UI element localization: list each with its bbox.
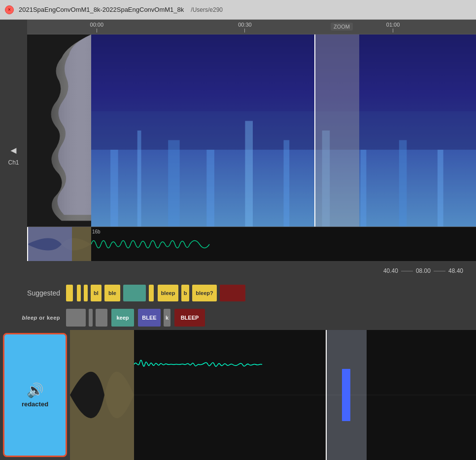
waveform-selection [27,227,72,261]
time-info: 40.40 —— 08.00 —— 48.40 [380,267,466,274]
bottom-playhead [326,330,327,460]
spectrogram-visual [91,34,476,227]
svg-rect-5 [168,140,179,227]
spectrogram-container: 00:00 00:30 01:00 ZOOM [27,20,476,261]
bk-seg-4[interactable]: BLEE [138,309,161,327]
seg-suggested-7[interactable]: bleep [158,285,178,301]
svg-rect-8 [284,140,290,227]
timeline-ruler: 00:00 00:30 01:00 ZOOM [27,20,476,34]
svg-rect-3 [110,150,118,227]
playhead [314,34,315,227]
bottom-playhead-highlight [342,369,350,421]
title-bar: × 2021SpaEngConvOmM1_8k-2022SpaEngConvOm… [0,0,476,20]
seg-suggested-5[interactable] [123,285,146,301]
bk-seg-2[interactable] [96,309,107,327]
close-button[interactable]: × [5,5,14,14]
top-section: ◄ Ch1 00:00 00:30 01:00 ZOOM [0,20,476,261]
seg-suggested-10[interactable] [220,285,245,301]
ruler-tick-0: 00:00 [90,22,104,33]
window-title: 2021SpaEngConvOmM1_8k-2022SpaEngConvOmM1… [19,6,184,13]
time-end: 48.40 [445,267,466,274]
seg-suggested-9[interactable]: bleep? [192,285,217,301]
suggested-label: Suggested [5,289,64,297]
bleep-row: BLEEP or keep keep BLEE k BLEEP [0,305,476,330]
bk-seg-6[interactable]: BLEEP [174,309,205,327]
time-middle: 08.00 [413,267,434,274]
ruler-tick-2: 01:00 [386,22,400,33]
ch1-label: ◄ Ch1 [0,20,27,261]
svg-rect-10 [361,150,367,227]
left-waveform [27,34,91,227]
time-start: 40.40 [380,267,401,274]
ch1-text: Ch1 [8,159,19,166]
ruler-tick-1: 00:30 [238,22,252,33]
bottom-waveform[interactable]: 16b 15b [70,330,476,460]
bleep-label: BLEEP or keep [5,315,64,321]
suggested-row: Suggested bl ble bleep b bleep? [0,281,476,305]
svg-rect-6 [206,150,214,227]
seg-suggested-2[interactable] [84,285,88,301]
bottom-section: 🔊 redacted 16b 15b [0,330,476,460]
main-area: ◄ Ch1 00:00 00:30 01:00 ZOOM [0,20,476,460]
zoom-label: ZOOM [331,23,353,31]
speaker-icon: ◄ [9,145,19,156]
redacted-label: redacted [22,400,48,408]
svg-rect-7 [245,121,253,227]
seg-suggested-6[interactable] [149,285,154,301]
spectrogram[interactable]: 4.0k 3.5k 3.0k 2.5k 2.0k 1.5k 1.0k 500 [27,34,476,227]
bit-depth-label: 16b [92,229,101,234]
seg-suggested-4[interactable]: ble [104,285,120,301]
waveform-overview[interactable]: 16b [27,227,476,261]
seg-suggested-8[interactable]: b [181,285,189,301]
svg-rect-11 [399,140,407,227]
speaker-icon: 🔊 [27,382,44,398]
bk-seg-5[interactable]: k [164,309,170,327]
redacted-button[interactable]: 🔊 redacted [3,333,67,457]
svg-rect-4 [137,131,141,227]
file-path: /Users/e290 [191,6,223,13]
bk-seg-0[interactable] [66,309,86,327]
bk-seg-1[interactable] [89,309,93,327]
seg-suggested-3[interactable]: bl [91,285,102,301]
bk-seg-3[interactable]: keep [111,309,134,327]
seg-suggested-1[interactable] [77,285,81,301]
svg-rect-12 [438,150,443,227]
waveform-playhead [27,227,28,261]
selection-overlay [314,34,359,227]
info-bar: 40.40 —— 08.00 —— 48.40 [0,261,476,281]
seg-suggested-0[interactable] [66,285,73,301]
